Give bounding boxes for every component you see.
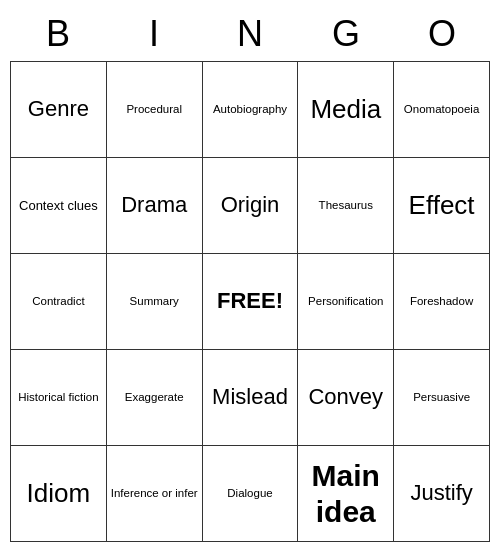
bingo-cell: Summary (107, 254, 203, 350)
bingo-cell: Context clues (11, 158, 107, 254)
bingo-cell: Personification (298, 254, 394, 350)
bingo-cell: Justify (394, 446, 490, 542)
bingo-cell: Thesaurus (298, 158, 394, 254)
bingo-cell: Inference or infer (107, 446, 203, 542)
bingo-cell: Mislead (203, 350, 299, 446)
bingo-letter: G (298, 8, 394, 59)
bingo-cell: Origin (203, 158, 299, 254)
bingo-cell: Media (298, 62, 394, 158)
bingo-cell: Contradict (11, 254, 107, 350)
bingo-cell: Drama (107, 158, 203, 254)
bingo-cell: FREE! (203, 254, 299, 350)
bingo-cell: Effect (394, 158, 490, 254)
bingo-letter: I (106, 8, 202, 59)
bingo-letter: B (10, 8, 106, 59)
bingo-cell: Persuasive (394, 350, 490, 446)
bingo-letter: O (394, 8, 490, 59)
bingo-cell: Genre (11, 62, 107, 158)
bingo-cell: Historical fiction (11, 350, 107, 446)
bingo-header: BINGO (10, 8, 490, 59)
bingo-card: BINGO GenreProceduralAutobiographyMediaO… (10, 8, 490, 542)
bingo-cell: Procedural (107, 62, 203, 158)
bingo-cell: Foreshadow (394, 254, 490, 350)
bingo-cell: Exaggerate (107, 350, 203, 446)
bingo-cell: Idiom (11, 446, 107, 542)
bingo-letter: N (202, 8, 298, 59)
bingo-cell: Autobiography (203, 62, 299, 158)
bingo-cell: Main idea (298, 446, 394, 542)
bingo-cell: Convey (298, 350, 394, 446)
bingo-grid: GenreProceduralAutobiographyMediaOnomato… (10, 61, 490, 542)
bingo-cell: Dialogue (203, 446, 299, 542)
bingo-cell: Onomatopoeia (394, 62, 490, 158)
